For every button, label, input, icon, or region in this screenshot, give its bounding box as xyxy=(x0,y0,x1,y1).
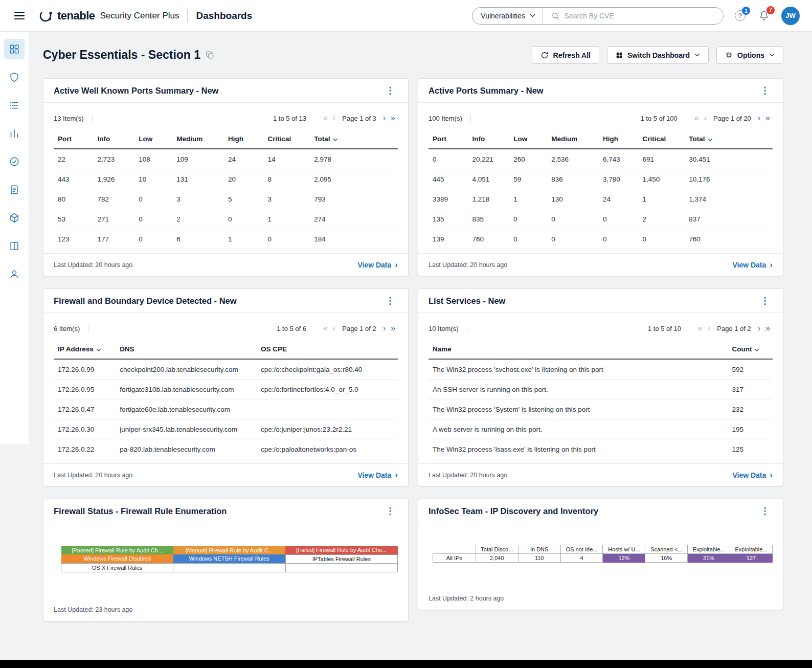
table-row: All IPs 2,040 110 4 12% 16% 31% 127 xyxy=(433,554,773,563)
col-header-total[interactable]: Total xyxy=(310,130,398,149)
cell-info[interactable]: 177 xyxy=(93,229,134,249)
matrix-cell-osx-rules[interactable]: OS X Firewall Rules xyxy=(61,563,173,572)
prev-page-button[interactable]: ‹ xyxy=(330,324,338,332)
cell-os-not-identified[interactable]: 4 xyxy=(560,554,603,563)
next-page-button[interactable]: › xyxy=(755,114,763,122)
sidebar-item-scans[interactable] xyxy=(4,123,25,144)
cell-info[interactable]: 1,926 xyxy=(93,169,134,189)
cell-ip-address: 172.26.0.47 xyxy=(54,399,116,419)
matrix-cell-failed[interactable]: [Failed] Firewall Rule by Audit Che... xyxy=(285,546,397,554)
view-data-link[interactable]: View Data› xyxy=(732,260,773,269)
col-header-info[interactable]: Info xyxy=(468,130,509,149)
matrix-cell-iptables-rules[interactable]: IPTables Firewall Rules xyxy=(285,554,397,563)
widget-menu-button[interactable]: ⋮ xyxy=(382,505,398,517)
options-button[interactable]: Options xyxy=(716,46,783,64)
col-header-total[interactable]: Total xyxy=(685,130,773,149)
gear-icon xyxy=(725,51,733,59)
sidebar-item-users[interactable] xyxy=(4,264,25,284)
cell-info[interactable]: 4,051 xyxy=(468,169,509,189)
matrix-cell-manual[interactable]: [Manual] Firewall Rule by Audit C... xyxy=(173,546,285,554)
col-header-count[interactable]: Count xyxy=(728,341,773,359)
view-data-link[interactable]: View Data› xyxy=(732,471,773,479)
refresh-all-button[interactable]: Refresh All xyxy=(532,46,599,64)
cell-total-discovered[interactable]: 2,040 xyxy=(476,554,518,563)
col-header-medium[interactable]: Medium xyxy=(547,130,599,149)
help-button[interactable]: ? 1 xyxy=(734,9,747,22)
col-header-critical[interactable]: Critical xyxy=(638,130,685,149)
sidebar-item-status[interactable] xyxy=(4,151,25,172)
table-row: The Win32 process 'System' is listening … xyxy=(428,399,773,419)
matrix-cell-empty xyxy=(173,563,285,572)
col-header-ip-address[interactable]: IP Address xyxy=(54,341,116,359)
sidebar-item-reports[interactable] xyxy=(4,180,25,200)
prev-page-button[interactable]: ‹ xyxy=(705,324,713,332)
col-header-port[interactable]: Port xyxy=(428,130,468,149)
cell-in-dns[interactable]: 110 xyxy=(518,554,560,563)
cell-info[interactable]: 760 xyxy=(468,229,509,249)
cell-info[interactable]: 1,218 xyxy=(468,189,509,209)
widget-menu-button[interactable]: ⋮ xyxy=(382,295,398,306)
last-page-button[interactable]: » xyxy=(763,114,773,122)
last-page-button[interactable]: » xyxy=(763,324,773,332)
first-page-button[interactable]: « xyxy=(321,324,330,332)
matrix-cell-netsh-rules[interactable]: Windows NETSH Firewall Rules xyxy=(173,554,285,563)
cell-info[interactable]: 782 xyxy=(93,189,134,209)
matrix-cell-passed[interactable]: [Passed] Firewall Rule by Audit Ch... xyxy=(61,546,173,554)
cell-scanned[interactable]: 16% xyxy=(645,554,688,563)
col-header-info[interactable]: Info xyxy=(93,130,134,149)
hamburger-menu-button[interactable] xyxy=(12,10,27,21)
cell-info[interactable]: 271 xyxy=(93,209,134,229)
sidebar-item-assets[interactable] xyxy=(4,67,25,87)
widget-menu-button[interactable]: ⋮ xyxy=(757,85,773,96)
cell-info[interactable]: 2,723 xyxy=(93,149,134,169)
col-header-medium[interactable]: Medium xyxy=(172,130,224,149)
col-header-dns[interactable]: DNS xyxy=(116,341,257,359)
sidebar-item-resources[interactable] xyxy=(4,236,25,256)
last-page-button[interactable]: » xyxy=(388,324,398,332)
view-data-link[interactable]: View Data› xyxy=(357,471,398,479)
services-table: Name Count The Win32 process 'svchost.ex… xyxy=(428,341,773,459)
next-page-button[interactable]: › xyxy=(755,324,763,332)
col-header-name[interactable]: Name xyxy=(428,341,728,359)
widget-menu-button[interactable]: ⋮ xyxy=(757,295,773,306)
cell-count: 195 xyxy=(728,419,773,439)
cell-hosts[interactable]: 12% xyxy=(603,554,645,563)
matrix-cell-windows-disabled[interactable]: Windows Firewall Disabled xyxy=(61,554,173,563)
cell-port: 139 xyxy=(428,229,468,249)
next-page-button[interactable]: › xyxy=(380,324,388,332)
view-data-link[interactable]: View Data› xyxy=(357,260,398,269)
copy-icon[interactable] xyxy=(206,51,214,59)
col-header-low[interactable]: Low xyxy=(134,130,172,149)
first-page-button[interactable]: « xyxy=(695,324,705,332)
sidebar-item-dashboards[interactable] xyxy=(4,39,25,59)
widget-menu-button[interactable]: ⋮ xyxy=(382,85,398,96)
cell-info[interactable]: 20,221 xyxy=(468,149,509,169)
first-page-button[interactable]: « xyxy=(692,114,702,122)
cell-exploitable-1[interactable]: 31% xyxy=(688,554,730,563)
cell-total: 184 xyxy=(310,229,398,249)
col-header-high[interactable]: High xyxy=(599,130,638,149)
table-row: 139 760 0 0 0 0 760 xyxy=(428,229,773,249)
next-page-button[interactable]: › xyxy=(380,114,388,122)
widget-menu-button[interactable]: ⋮ xyxy=(757,505,773,517)
search-scope-select[interactable]: Vulnerabilities xyxy=(472,8,543,24)
cell-exploitable-2[interactable]: 127 xyxy=(730,554,773,563)
col-header-high[interactable]: High xyxy=(224,130,263,149)
sidebar-item-content[interactable] xyxy=(4,208,25,228)
switch-dashboard-button[interactable]: Switch Dashboard xyxy=(607,46,709,64)
last-page-button[interactable]: » xyxy=(388,114,398,122)
col-header-low[interactable]: Low xyxy=(509,130,547,149)
sidebar-item-analysis[interactable] xyxy=(4,95,25,116)
prev-page-button[interactable]: ‹ xyxy=(330,114,338,122)
chevron-right-icon: › xyxy=(395,471,398,479)
user-avatar[interactable]: JW xyxy=(781,7,800,25)
prev-page-button[interactable]: ‹ xyxy=(702,114,709,122)
col-header-port[interactable]: Port xyxy=(54,130,93,149)
col-header-os-cpe[interactable]: OS CPE xyxy=(257,341,398,359)
cell-info[interactable]: 835 xyxy=(468,209,509,229)
search-input[interactable] xyxy=(565,12,715,20)
notifications-button[interactable]: 7 xyxy=(757,9,771,23)
sort-chevron-icon xyxy=(96,348,101,351)
col-header-critical[interactable]: Critical xyxy=(263,130,310,149)
first-page-button[interactable]: « xyxy=(321,114,330,122)
